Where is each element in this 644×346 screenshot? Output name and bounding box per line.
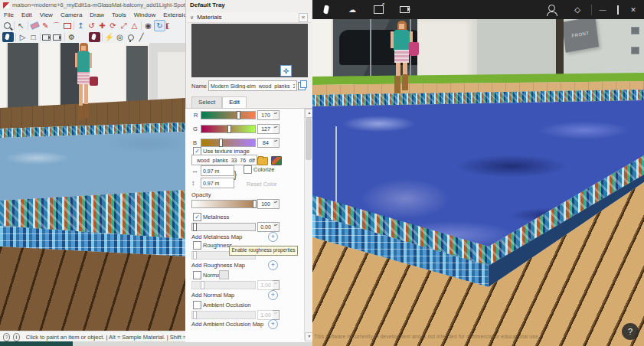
stop-icon[interactable]: □ bbox=[28, 32, 38, 42]
metalness-checkbox[interactable]: ✓ bbox=[193, 213, 201, 221]
menu-draw[interactable]: Draw bbox=[86, 11, 108, 18]
red-spinner[interactable]: ▴▾ bbox=[273, 110, 280, 120]
paint-bucket-partial-icon[interactable]: ◧ bbox=[166, 21, 169, 31]
drag-to-model-button[interactable]: ✜ bbox=[280, 65, 292, 77]
menu-edit[interactable]: Edit bbox=[18, 11, 36, 18]
blue-value[interactable]: 84 bbox=[257, 138, 274, 148]
opacity-slider[interactable] bbox=[191, 200, 256, 208]
render-person-boot-left bbox=[394, 76, 400, 93]
metalness-value[interactable]: 0.00 bbox=[257, 222, 274, 232]
green-value[interactable]: 127 bbox=[257, 124, 274, 134]
maximize-icon[interactable] bbox=[610, 6, 626, 14]
green-slider[interactable] bbox=[201, 125, 256, 133]
colorize-checkbox[interactable] bbox=[244, 165, 252, 174]
width-arrow-icon: ↔ bbox=[191, 167, 198, 175]
push-pull-icon[interactable]: ↥ bbox=[76, 21, 86, 31]
ambient-occlusion-value: 1.00 bbox=[257, 310, 274, 320]
add-roughness-map-button[interactable]: + bbox=[268, 260, 278, 270]
roughness-checkbox[interactable] bbox=[193, 241, 201, 250]
follow-me-icon[interactable]: ↺ bbox=[87, 21, 96, 31]
scale-icon[interactable]: ⤢ bbox=[119, 21, 129, 31]
opacity-value[interactable]: 100 bbox=[257, 199, 274, 209]
menu-file[interactable]: File bbox=[0, 11, 18, 18]
orbit-icon[interactable]: ↻ bbox=[154, 20, 165, 31]
feedback-icon[interactable]: ◇ bbox=[571, 4, 584, 16]
select-icon[interactable]: ↖ bbox=[16, 21, 26, 31]
credits-icon[interactable]: i bbox=[13, 333, 20, 341]
close-window-icon[interactable]: ✕ bbox=[626, 6, 641, 14]
metalness-slider[interactable] bbox=[191, 223, 256, 231]
material-name-input[interactable] bbox=[208, 80, 297, 91]
pencil-icon[interactable]: ✎ bbox=[41, 21, 51, 31]
person-boot-right bbox=[84, 104, 89, 118]
arc-icon[interactable]: ⌒ bbox=[51, 21, 61, 31]
video-camera-icon[interactable] bbox=[53, 32, 63, 42]
enscape-objects-icon[interactable] bbox=[89, 32, 100, 42]
camera-sync-icon[interactable] bbox=[42, 32, 52, 42]
section-plane-icon[interactable]: △ bbox=[129, 21, 139, 31]
red-slider[interactable] bbox=[201, 111, 256, 119]
texture-width-input[interactable] bbox=[201, 165, 234, 176]
browse-texture-icon[interactable] bbox=[257, 157, 268, 165]
normal-value: 1.00 bbox=[257, 280, 274, 290]
enscape-start-icon[interactable] bbox=[2, 32, 14, 42]
position-camera-icon[interactable]: ◉ bbox=[143, 21, 153, 31]
aspect-link-icon[interactable]: } bbox=[234, 168, 237, 180]
statusbar: ? i Click to paint an item or object. | … bbox=[0, 331, 185, 342]
rectangle-icon[interactable] bbox=[62, 21, 72, 31]
video-export-icon[interactable] bbox=[398, 4, 410, 16]
menu-view[interactable]: View bbox=[36, 11, 57, 18]
person-arm-right bbox=[90, 53, 92, 68]
edit-texture-image-icon[interactable] bbox=[271, 156, 282, 165]
play-icon[interactable]: ▷ bbox=[18, 32, 28, 42]
ambient-occlusion-checkbox[interactable] bbox=[193, 301, 201, 309]
add-normal-map-button[interactable]: + bbox=[268, 290, 278, 300]
opacity-spinner[interactable]: ▴▾ bbox=[273, 199, 280, 209]
texture-file-input[interactable] bbox=[191, 155, 257, 165]
rotate-icon[interactable]: ⟳ bbox=[108, 21, 118, 31]
green-spinner[interactable]: ▴▾ bbox=[273, 124, 280, 134]
eraser-icon[interactable] bbox=[30, 21, 40, 31]
zoom-window-icon[interactable] bbox=[2, 21, 12, 31]
red-value[interactable]: 170 bbox=[257, 110, 274, 120]
menu-window[interactable]: Window bbox=[130, 11, 159, 18]
texture-height-input[interactable] bbox=[201, 178, 234, 188]
ambient-occlusion-label: Ambient Occlusion bbox=[203, 302, 251, 308]
blue-spinner[interactable]: ▴▾ bbox=[273, 138, 280, 148]
blue-slider[interactable] bbox=[201, 139, 256, 147]
normal-map-thumbnail-icon[interactable] bbox=[219, 270, 229, 279]
scrollbar-thumb[interactable] bbox=[306, 118, 312, 160]
close-icon[interactable]: ✕ bbox=[299, 13, 308, 22]
sphere-light-icon[interactable]: ◎ bbox=[115, 32, 125, 42]
chevron-down-icon[interactable]: ∨ bbox=[190, 15, 194, 21]
panorama-icon[interactable]: ☁ bbox=[346, 4, 358, 16]
minimize-icon[interactable]: — bbox=[595, 6, 610, 14]
account-icon[interactable] bbox=[545, 4, 557, 16]
add-metalness-map-button[interactable]: + bbox=[268, 232, 278, 242]
add-ao-map-button[interactable]: + bbox=[268, 319, 278, 329]
add-metalness-map-label: Add Metalness Map bbox=[191, 233, 242, 240]
screen: maison=moderne+6_myEdit1a-mGlassMat-balc… bbox=[0, 0, 644, 346]
materials-section-header[interactable]: ∨ Materials ✕ bbox=[187, 12, 311, 23]
spot-light-icon[interactable] bbox=[126, 32, 136, 42]
enscape-render-view[interactable]: FRONT bbox=[312, 19, 644, 346]
export-icon[interactable] bbox=[372, 4, 384, 16]
line-light-icon[interactable]: ╱ bbox=[136, 32, 146, 42]
sketchup-viewport[interactable] bbox=[0, 43, 185, 331]
menu-tools[interactable]: Tools bbox=[108, 11, 130, 18]
tray-scrollbar[interactable]: ▲ ▼ bbox=[304, 109, 312, 340]
person-leg-left bbox=[79, 84, 83, 107]
metalness-spinner[interactable]: ▴▾ bbox=[273, 222, 280, 232]
duplicate-material-icon[interactable] bbox=[298, 82, 306, 90]
linear-light-icon[interactable]: ⚡ bbox=[104, 32, 114, 42]
move-icon[interactable]: ✚ bbox=[97, 21, 107, 31]
menu-camera[interactable]: Camera bbox=[57, 11, 86, 18]
render-person-arm-left bbox=[391, 31, 394, 48]
settings-gear-icon[interactable]: ⚙ bbox=[67, 32, 77, 42]
help-button[interactable]: ? bbox=[622, 323, 639, 340]
normal-checkbox[interactable] bbox=[193, 271, 201, 279]
toolbar-row-1: ↖ ✎ ⌒ ↥ ↺ ✚ ⟳ ⤢ △ ◉ ↻ ◧ bbox=[0, 20, 188, 32]
geolocation-icon[interactable]: ? bbox=[3, 333, 10, 341]
roughness-label: Roughness bbox=[203, 242, 232, 249]
reset-color-button[interactable]: Reset Color bbox=[247, 181, 277, 188]
